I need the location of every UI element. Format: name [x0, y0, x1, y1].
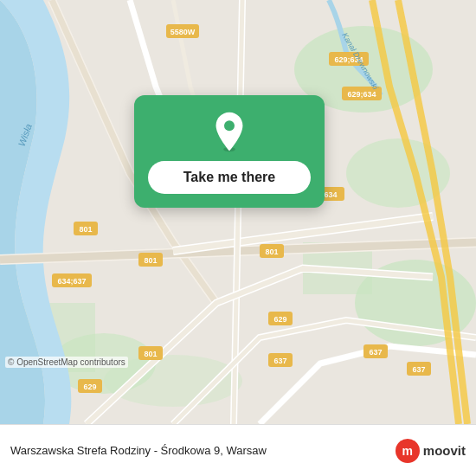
- location-name: Warszawska Strefa Rodziny - Środkowa 9, …: [10, 444, 396, 457]
- svg-text:629: 629: [83, 383, 96, 391]
- svg-text:629;634: 629;634: [347, 90, 376, 99]
- svg-text:801: 801: [144, 350, 157, 358]
- svg-text:801: 801: [144, 256, 157, 265]
- svg-text:637: 637: [273, 357, 286, 365]
- osm-text: © OpenStreetMap contributors: [8, 357, 125, 367]
- svg-text:801: 801: [265, 248, 278, 256]
- svg-text:801: 801: [79, 225, 92, 234]
- moovit-icon: m: [396, 439, 420, 463]
- svg-text:637: 637: [412, 365, 425, 374]
- moovit-text: moovit: [423, 443, 466, 458]
- osm-attribution: © OpenStreetMap contributors: [5, 357, 128, 368]
- take-me-card: Take me there: [134, 95, 325, 208]
- svg-text:5580W: 5580W: [170, 28, 196, 36]
- svg-text:634;637: 634;637: [57, 277, 86, 286]
- map-container: 801 801 801 801 629 629 637 637 637 5580…: [0, 0, 476, 424]
- svg-text:629: 629: [273, 315, 286, 324]
- bottom-bar: Warszawska Strefa Rodziny - Środkowa 9, …: [0, 424, 476, 476]
- svg-point-39: [224, 120, 235, 131]
- take-me-button[interactable]: Take me there: [148, 161, 311, 194]
- svg-text:637: 637: [369, 348, 382, 357]
- location-pin-icon: [209, 111, 250, 152]
- moovit-logo: m moovit: [396, 439, 466, 463]
